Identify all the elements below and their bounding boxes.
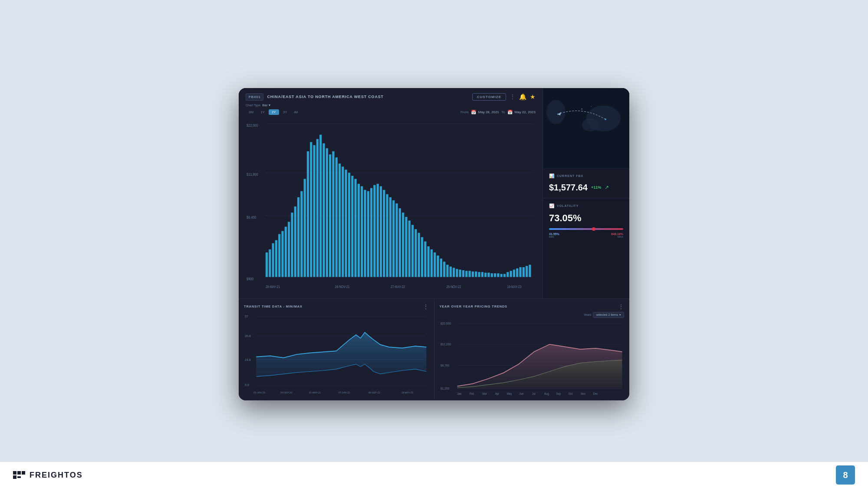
svg-rect-19	[300, 191, 302, 277]
more-options-icon[interactable]: ⋮	[510, 93, 516, 100]
svg-rect-56	[418, 233, 420, 277]
svg-text:May: May	[507, 392, 512, 395]
years-chevron-icon: ▾	[619, 313, 621, 317]
svg-rect-11	[275, 240, 277, 277]
svg-rect-44	[380, 186, 382, 277]
period-1y[interactable]: 1Y	[257, 109, 268, 115]
svg-text:24.8: 24.8	[245, 357, 251, 361]
svg-rect-38	[361, 186, 363, 277]
years-select[interactable]: selected 2 items ▾	[593, 312, 624, 318]
volatility-icon: 📈	[549, 203, 555, 208]
svg-rect-35	[351, 176, 353, 277]
svg-rect-26	[322, 143, 325, 277]
map-section	[543, 88, 629, 168]
current-fbx-section: 📊 CURRENT FBX $1,577.64 +11% ↗	[543, 168, 629, 198]
svg-rect-37	[358, 183, 360, 277]
svg-rect-85	[510, 271, 512, 277]
from-date[interactable]: May 28, 2021	[478, 110, 499, 114]
fbx-change: +11%	[591, 185, 601, 190]
svg-point-100	[546, 100, 566, 124]
period-3m[interactable]: 3M	[246, 109, 256, 115]
svg-rect-15	[288, 222, 290, 277]
svg-rect-62	[437, 255, 439, 277]
bar-chart-wrapper: $22,000 $11,900 $6,400 $900	[246, 118, 536, 298]
svg-rect-39	[364, 190, 366, 277]
svg-rect-83	[503, 274, 506, 277]
svg-rect-87	[516, 268, 518, 277]
svg-rect-20	[304, 179, 306, 277]
svg-text:28-MAY-21: 28-MAY-21	[266, 285, 280, 289]
chart-header: FBX01 CHINA/EAST ASIA TO NORTH AMERICA W…	[246, 93, 536, 101]
svg-rect-91	[529, 265, 531, 277]
svg-text:Oct: Oct	[568, 392, 572, 395]
top-section: FBX01 CHINA/EAST ASIA TO NORTH AMERICA W…	[239, 88, 629, 298]
svg-rect-81	[497, 273, 499, 277]
dashboard-container: FBX01 CHINA/EAST ASIA TO NORTH AMERICA W…	[239, 88, 629, 400]
chart-type-label: Chart Type	[246, 104, 260, 107]
to-date[interactable]: May 22, 2023	[515, 110, 536, 114]
svg-rect-33	[345, 170, 347, 277]
svg-rect-59	[427, 246, 430, 277]
time-range-row: 3M 1Y 2Y 3Y All From 📅 May 28, 2021 To 📅…	[246, 109, 536, 115]
svg-rect-53	[408, 220, 411, 277]
svg-text:Jan: Jan	[457, 392, 461, 395]
years-dropdown-row: Years selected 2 items ▾	[440, 312, 625, 318]
svg-rect-88	[519, 267, 521, 277]
svg-rect-16	[291, 213, 293, 277]
transit-panel-title: TRANSIT TIME DATA - MIN/MAX	[244, 305, 302, 308]
period-all[interactable]: All	[291, 109, 301, 115]
svg-rect-84	[506, 272, 509, 277]
svg-rect-13	[281, 231, 283, 277]
svg-rect-23	[313, 145, 316, 277]
customize-button[interactable]: CUSTOMIZE	[472, 93, 506, 101]
svg-rect-74	[475, 271, 477, 277]
chart-type-value[interactable]: Bar	[262, 103, 267, 107]
yoy-more-icon[interactable]: ⋮	[618, 303, 624, 310]
svg-rect-25	[319, 134, 322, 277]
fbx-icon: 📊	[549, 174, 555, 178]
svg-text:25-NOV-22: 25-NOV-22	[446, 285, 461, 289]
svg-point-101	[605, 118, 606, 120]
svg-text:Jun: Jun	[519, 392, 523, 395]
svg-rect-54	[411, 225, 414, 277]
transit-panel: TRANSIT TIME DATA - MIN/MAX ⋮ 57 39.8 24…	[239, 299, 434, 400]
svg-rect-82	[500, 274, 503, 277]
svg-text:Feb: Feb	[469, 392, 474, 395]
transit-chart: 57 39.8 24.8 9.8	[244, 313, 429, 396]
period-3y[interactable]: 3Y	[280, 109, 290, 115]
svg-rect-58	[424, 241, 426, 277]
notification-icon[interactable]: 🔔	[519, 93, 526, 100]
svg-text:$6,400: $6,400	[247, 215, 256, 219]
svg-rect-12	[278, 234, 280, 277]
svg-rect-42	[373, 185, 375, 277]
svg-text:$22,000: $22,000	[441, 322, 451, 325]
svg-rect-28	[329, 154, 331, 277]
fbx-arrow-icon: ↗	[605, 184, 609, 190]
chart-type-row: Chart Type Bar ▾	[246, 103, 536, 107]
to-label: To	[501, 110, 505, 114]
page-number: 8	[836, 465, 855, 485]
chart-type-chevron[interactable]: ▾	[269, 103, 270, 107]
transit-more-icon[interactable]: ⋮	[423, 303, 429, 310]
star-icon[interactable]: ★	[530, 93, 536, 100]
svg-rect-52	[405, 216, 407, 277]
fbx-badge: FBX01	[246, 93, 263, 101]
svg-rect-36	[355, 179, 357, 277]
svg-text:$1,200: $1,200	[441, 386, 449, 390]
calendar-icon-to: 📅	[507, 110, 513, 115]
period-2y[interactable]: 2Y	[269, 109, 279, 115]
svg-rect-86	[513, 269, 515, 277]
svg-rect-90	[526, 266, 528, 277]
date-range: From 📅 May 28, 2021 To 📅 May 22, 2023	[460, 110, 536, 115]
svg-rect-41	[370, 188, 372, 277]
svg-rect-31	[339, 164, 341, 277]
from-label: From	[460, 110, 469, 114]
svg-rect-67	[453, 268, 455, 277]
svg-text:Jul: Jul	[532, 392, 535, 395]
svg-text:27-MAY-22: 27-MAY-22	[391, 285, 405, 289]
svg-text:9.8: 9.8	[245, 383, 249, 387]
svg-text:$6,700: $6,700	[441, 364, 449, 367]
yoy-panel-title: YEAR OVER YEAR PRICING TRENDS	[440, 305, 507, 308]
svg-rect-21	[307, 151, 309, 277]
svg-rect-75	[478, 272, 480, 277]
